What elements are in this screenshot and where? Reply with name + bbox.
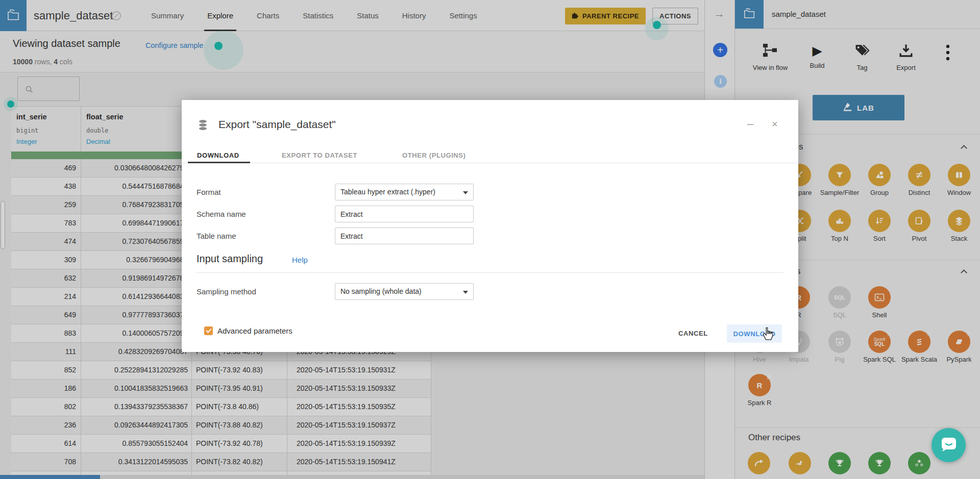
chat-bubble-icon — [940, 436, 958, 455]
tab-other-plugins[interactable]: OTHER (PLUGINS) — [402, 147, 466, 163]
minimize-icon[interactable]: – — [747, 117, 753, 131]
table-name-label: Table name — [197, 232, 236, 240]
chat-widget-button[interactable] — [932, 428, 966, 462]
sampling-method-label: Sampling method — [197, 287, 256, 296]
input-sampling-heading: Input sampling — [197, 253, 263, 265]
advanced-parameters-checkbox[interactable] — [204, 326, 213, 335]
dataiku-dataset-screen: sample_dataset Summary Explore Charts St… — [0, 0, 980, 479]
annotation-dot — [7, 100, 14, 108]
annotation-halo — [204, 30, 243, 70]
close-icon[interactable]: × — [772, 118, 778, 130]
tab-download[interactable]: DOWNLOAD — [197, 147, 239, 163]
dialog-title: Export "sample_dataset" — [218, 118, 336, 131]
active-tab-underline — [188, 162, 250, 163]
sampling-method-select[interactable]: No sampling (whole data) — [335, 283, 474, 300]
tab-export-to-dataset[interactable]: EXPORT TO DATASET — [282, 147, 357, 163]
export-dialog: Export "sample_dataset" – × DOWNLOAD EXP… — [182, 100, 798, 352]
dialog-tabs: DOWNLOAD EXPORT TO DATASET OTHER (PLUGIN… — [182, 147, 798, 163]
advanced-parameters-label: Advanced parameters — [217, 326, 292, 335]
format-select[interactable]: Tableau hyper extract (.hyper) — [335, 184, 474, 200]
table-name-field[interactable] — [335, 228, 474, 244]
schema-name-label: Schema name — [197, 210, 246, 218]
chevron-down-icon — [463, 291, 468, 294]
annotation-dot — [214, 42, 223, 50]
format-label: Format — [197, 188, 221, 196]
annotation-dot — [653, 21, 661, 29]
chevron-down-icon — [463, 191, 468, 194]
hand-cursor — [762, 327, 775, 343]
cancel-button[interactable]: CANCEL — [668, 324, 719, 342]
divider — [197, 272, 783, 273]
database-icon — [198, 119, 208, 133]
schema-name-field[interactable] — [335, 206, 474, 222]
help-link[interactable]: Help — [292, 256, 308, 264]
